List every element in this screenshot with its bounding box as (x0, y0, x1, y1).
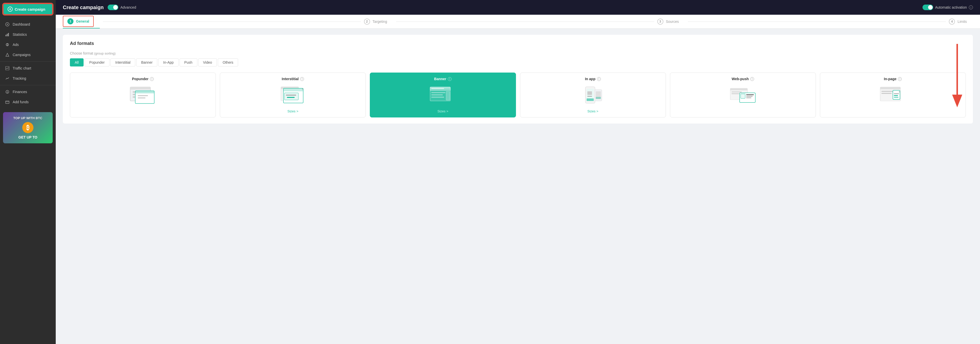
format-tabs: All Popunder Interstitial Banner In-App … (70, 58, 966, 66)
banner-image (428, 85, 458, 105)
svg-rect-21 (130, 87, 150, 90)
filter-tab-popunder[interactable]: Popunder (84, 58, 110, 66)
svg-rect-3 (7, 34, 8, 36)
finances-icon: $ (5, 90, 10, 94)
filter-tab-banner[interactable]: Banner (136, 58, 157, 66)
ad-card-inapp[interactable]: In app i (520, 72, 666, 117)
svg-line-13 (8, 67, 9, 69)
banner-info-icon[interactable]: i (448, 77, 452, 81)
step-2-label: Targeting (372, 19, 387, 24)
sidebar-item-statistics[interactable]: Statistics (0, 29, 56, 40)
toggle-track (108, 5, 118, 10)
svg-rect-34 (286, 94, 296, 96)
step-connector-1-2 (100, 15, 364, 29)
svg-line-11 (6, 68, 7, 69)
add-funds-icon (5, 100, 10, 104)
inpage-info-icon[interactable]: i (898, 77, 902, 81)
create-campaign-button[interactable]: + Create campaign (3, 3, 52, 15)
sidebar-item-tracking[interactable]: Tracking (0, 73, 56, 83)
step-1-general[interactable]: 1 General (63, 15, 100, 29)
step-1-box: 1 General (63, 16, 94, 27)
ad-formats-card: Ad formats Choose format (group sorting)… (63, 35, 973, 123)
svg-marker-9 (6, 53, 9, 56)
banner-sizes-link[interactable]: Sizes > (438, 109, 448, 113)
svg-rect-64 (881, 91, 894, 92)
filter-tab-all[interactable]: All (70, 58, 84, 66)
filter-tab-inapp[interactable]: In-App (158, 58, 178, 66)
sidebar-item-add-funds[interactable]: Add funds (0, 97, 56, 107)
filter-tab-video[interactable]: Video (198, 58, 217, 66)
promo-block[interactable]: TOP UP WITH BTC ₿ GET UP TO (3, 112, 52, 143)
sidebar-item-campaigns[interactable]: Campaigns (0, 50, 56, 60)
ad-card-banner[interactable]: Banner i (370, 72, 516, 117)
inpage-image: ✕ (878, 85, 908, 105)
svg-rect-52 (596, 97, 601, 99)
webpush-image (728, 85, 758, 105)
step-4-limits[interactable]: 4 Limits (949, 15, 973, 29)
svg-rect-28 (138, 98, 145, 98)
step-4-label: Limits (958, 19, 967, 24)
step-3-sources[interactable]: 3 Sources (657, 15, 685, 29)
step-1-number: 1 (67, 18, 73, 24)
auto-toggle-track (923, 5, 933, 10)
btc-icon: ₿ (22, 122, 33, 133)
svg-rect-43 (431, 97, 444, 98)
inapp-info-icon[interactable]: i (597, 77, 601, 81)
svg-rect-42 (431, 94, 443, 95)
interstitial-sizes-link[interactable]: Sizes > (288, 109, 298, 113)
traffic-chart-icon (5, 66, 10, 70)
svg-rect-27 (138, 95, 148, 96)
filter-tab-interstitial[interactable]: Interstitial (110, 58, 135, 66)
popunder-info-icon[interactable]: i (150, 77, 154, 81)
svg-rect-54 (730, 88, 748, 90)
step-1-label: General (76, 19, 89, 23)
interstitial-info-icon[interactable]: i (300, 77, 304, 81)
advanced-toggle[interactable]: Advanced (108, 5, 136, 10)
svg-rect-26 (135, 91, 154, 93)
webpush-info-icon[interactable]: i (750, 77, 754, 81)
step-4-number: 4 (949, 19, 955, 25)
campaigns-icon (5, 53, 10, 57)
auto-toggle-thumb (928, 5, 932, 10)
header-right: Automatic activation i (923, 5, 973, 10)
inapp-sizes-link[interactable]: Sizes > (587, 109, 598, 113)
ad-card-webpush[interactable]: Web-push i (670, 72, 816, 117)
ad-card-inpage[interactable]: In-page i ✕ (820, 72, 966, 117)
ad-card-interstitial[interactable]: Interstitial i ✕ (220, 72, 366, 117)
svg-marker-19 (952, 94, 962, 107)
advanced-label: Advanced (120, 5, 136, 10)
ads-icon (5, 42, 10, 47)
svg-rect-68 (894, 93, 899, 94)
svg-rect-59 (746, 94, 754, 95)
filter-tab-push[interactable]: Push (180, 58, 197, 66)
sidebar-item-finances[interactable]: $ Finances (0, 87, 56, 97)
auto-activation-label: Automatic activation (935, 5, 967, 10)
svg-rect-33 (285, 93, 298, 100)
svg-rect-41 (431, 92, 445, 93)
step-2-targeting[interactable]: 2 Targeting (364, 15, 393, 29)
auto-activation-info-icon[interactable]: i (969, 5, 973, 10)
svg-rect-2 (6, 35, 6, 36)
filter-tab-others[interactable]: Others (218, 58, 238, 66)
tracking-icon (5, 76, 10, 81)
content-area: Ad formats Choose format (group sorting)… (56, 29, 980, 344)
statistics-icon (5, 32, 10, 37)
auto-activation-toggle[interactable]: Automatic activation i (923, 5, 973, 10)
svg-text:✕: ✕ (899, 91, 900, 93)
svg-rect-4 (8, 33, 9, 36)
sidebar-item-traffic-chart[interactable]: Traffic chart (0, 63, 56, 73)
steps-bar: 1 General 2 Targeting 3 Sources 4 Limits (56, 15, 980, 29)
sidebar-item-dashboard[interactable]: Dashboard (0, 19, 56, 29)
svg-rect-65 (881, 93, 892, 94)
svg-rect-35 (287, 97, 294, 98)
sidebar-item-ads[interactable]: Ads (0, 40, 56, 50)
svg-rect-56 (732, 93, 739, 94)
svg-rect-40 (431, 88, 444, 89)
ad-card-popunder[interactable]: Popunder i (70, 72, 216, 117)
interstitial-image: ✕ (278, 85, 308, 105)
svg-rect-44 (446, 91, 450, 100)
sidebar: + Create campaign Dashboard Stat (0, 0, 56, 344)
dashboard-icon (5, 22, 10, 27)
ad-cards-grid: Popunder i (70, 72, 966, 117)
promo-line2: GET UP TO (7, 135, 49, 139)
